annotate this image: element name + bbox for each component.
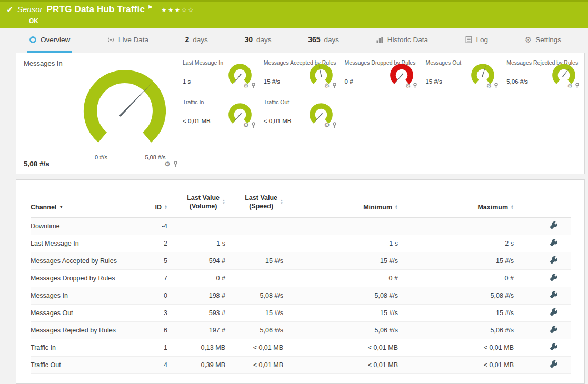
maximum-value: 0 # <box>398 269 514 287</box>
tab-label: Log <box>476 36 489 44</box>
sensor-kind-label: Sensor <box>17 5 43 14</box>
tab-settings[interactable]: ⚙ Settings <box>523 28 563 53</box>
tab-365-days[interactable]: ⚙ 365 days <box>306 28 341 53</box>
gauge-settings-gear-icon[interactable]: ⚙ <box>486 83 492 89</box>
channel-id: 2 <box>152 235 167 252</box>
channel-settings-wrench-icon[interactable] <box>550 308 557 316</box>
channel-row[interactable]: Traffic Out 4 0,39 MB < 0,01 MB < 0,01 M… <box>31 356 571 373</box>
gauge-pin-icon[interactable] <box>332 122 337 128</box>
column-header-id[interactable]: ID▲▼ <box>155 204 167 211</box>
gauge-settings-gear-icon[interactable]: ⚙ <box>405 83 411 89</box>
gauge-settings-gear-icon[interactable]: ⚙ <box>324 83 330 89</box>
column-header-last-value-volume[interactable]: Last Value(Volume)▲▼ <box>187 194 225 211</box>
channel-id: 3 <box>152 304 167 321</box>
channel-id: 6 <box>152 321 167 339</box>
column-header-channel[interactable]: Channel▼ <box>31 204 63 211</box>
last-value-volume: 197 # <box>167 321 225 339</box>
channel-row[interactable]: Messages Rejected by Rules 6 197 # 5,06 … <box>31 321 571 339</box>
live-data-icon <box>107 36 115 44</box>
gauge-actions: ⚙ <box>243 122 256 128</box>
last-value-speed: 15 #/s <box>225 252 283 269</box>
last-value-speed <box>225 269 283 287</box>
gauge-actions: ⚙ <box>324 122 337 128</box>
channel-settings-wrench-icon[interactable] <box>550 343 557 350</box>
column-label: Last Value(Speed) <box>245 194 277 211</box>
minimum-value: 5,08 #/s <box>283 287 398 304</box>
tab-label: days <box>193 36 208 44</box>
tab-overview[interactable]: ⚙ Overview <box>27 28 72 53</box>
gauge-pin-icon[interactable] <box>251 83 256 89</box>
gauge-settings-gear-icon[interactable]: ⚙ <box>243 122 249 128</box>
maximum-value: 15 #/s <box>398 252 514 269</box>
channel-row[interactable]: Messages In 0 198 # 5,08 #/s 5,08 #/s 5,… <box>31 287 571 304</box>
gauge-messages-dropped-by-rules: Messages Dropped by Rules 0 # ⚙ <box>342 56 423 96</box>
gauge-messages-accepted-by-rules: Messages Accepted by Rules 15 #/s ⚙ <box>261 56 342 96</box>
last-value-volume: 594 # <box>167 252 225 269</box>
gauge-settings-gear-icon[interactable]: ⚙ <box>324 122 330 128</box>
gauge-dial[interactable] <box>81 67 169 155</box>
column-label: Minimum <box>363 204 392 211</box>
channel-row[interactable]: Traffic In 1 0,13 MB < 0,01 MB < 0,01 MB… <box>31 339 571 356</box>
last-value-volume: 198 # <box>167 287 225 304</box>
channel-row[interactable]: Downtime -4 <box>31 217 571 235</box>
status-check-icon: ✓ <box>6 5 13 15</box>
tab-label: Settings <box>535 36 561 44</box>
last-value-speed: < 0,01 MB <box>225 356 283 373</box>
gauge-settings-gear-icon[interactable]: ⚙ <box>567 83 573 89</box>
channel-settings-wrench-icon[interactable] <box>550 221 557 229</box>
channel-settings-wrench-icon[interactable] <box>550 274 557 281</box>
gauge-title: Messages In <box>24 59 63 67</box>
channel-settings-wrench-icon[interactable] <box>550 291 557 298</box>
tab-log[interactable]: ⚙ Log <box>463 28 490 53</box>
channel-name: Traffic Out <box>31 356 152 373</box>
gauge-actions: ⚙ <box>164 160 178 167</box>
channel-row[interactable]: Last Message In 2 1 s 1 s 2 s <box>31 235 571 252</box>
last-value-speed: < 0,01 MB <box>225 339 283 356</box>
tab-historic-data[interactable]: ⚙ Historic Data <box>374 28 430 53</box>
gauge-actions: ⚙ <box>567 83 580 89</box>
gauge-value: < 0,01 MB <box>183 118 211 124</box>
gauge-value: 1 s <box>183 78 191 85</box>
sort-arrows-icon: ▲▼ <box>511 205 514 210</box>
tab-2-days[interactable]: ⚙ 2 days <box>184 28 210 53</box>
gauge-pin-icon[interactable] <box>574 83 580 89</box>
channel-row[interactable]: Messages Dropped by Rules 7 0 # 0 # 0 # <box>31 269 571 287</box>
channel-settings-wrench-icon[interactable] <box>550 256 557 264</box>
priority-stars[interactable]: ★★★☆☆ <box>161 6 195 14</box>
gauge-settings-gear-icon[interactable]: ⚙ <box>243 83 249 89</box>
historic-data-icon <box>376 36 384 44</box>
column-header-actions <box>514 180 571 217</box>
small-gauge-grid: Last Message In 1 s ⚙ Messages Accepted … <box>180 56 584 174</box>
channel-settings-wrench-icon[interactable] <box>550 239 557 246</box>
gauge-pin-icon[interactable] <box>412 83 418 89</box>
tab-live-data[interactable]: ⚙ Live Data <box>105 28 150 53</box>
maximum-value <box>398 217 514 235</box>
gauge-pin-icon[interactable] <box>251 122 256 128</box>
gauge-pin-icon[interactable] <box>493 83 499 89</box>
tab-30-days[interactable]: ⚙ 30 days <box>243 28 273 53</box>
column-label: ID <box>155 204 162 211</box>
channel-settings-wrench-icon[interactable] <box>550 326 557 333</box>
last-value-volume: 1 s <box>167 235 225 252</box>
column-header-last-value-speed[interactable]: Last Value(Speed)▲▼ <box>245 194 283 211</box>
column-label: Maximum <box>477 204 508 211</box>
last-value-speed <box>225 235 283 252</box>
priority-flag-icon[interactable]: ⚑ <box>147 4 153 11</box>
column-label: Last Value(Volume) <box>187 194 220 211</box>
overview-icon <box>29 36 37 44</box>
tab-number: 30 <box>244 35 253 44</box>
gauge-pin-icon[interactable] <box>332 83 337 89</box>
gauge-settings-gear-icon[interactable]: ⚙ <box>164 160 171 167</box>
channel-row[interactable]: Messages Out 3 593 # 15 #/s 15 #/s 15 #/… <box>31 304 571 321</box>
column-header-minimum[interactable]: Minimum▲▼ <box>363 204 398 211</box>
gauge-traffic-out: Traffic Out < 0,01 MB ⚙ <box>261 96 342 135</box>
channel-settings-wrench-icon[interactable] <box>550 360 557 368</box>
channel-row[interactable]: Messages Accepted by Rules 5 594 # 15 #/… <box>31 252 571 269</box>
sort-arrows-icon: ▲▼ <box>164 205 167 210</box>
last-value-volume: 0,13 MB <box>167 339 225 356</box>
channel-name: Messages Rejected by Rules <box>31 321 152 339</box>
tab-label: Historic Data <box>387 36 428 44</box>
gauge-pin-icon[interactable] <box>173 161 178 167</box>
last-value-speed: 5,08 #/s <box>225 287 283 304</box>
column-header-maximum[interactable]: Maximum▲▼ <box>477 204 514 211</box>
